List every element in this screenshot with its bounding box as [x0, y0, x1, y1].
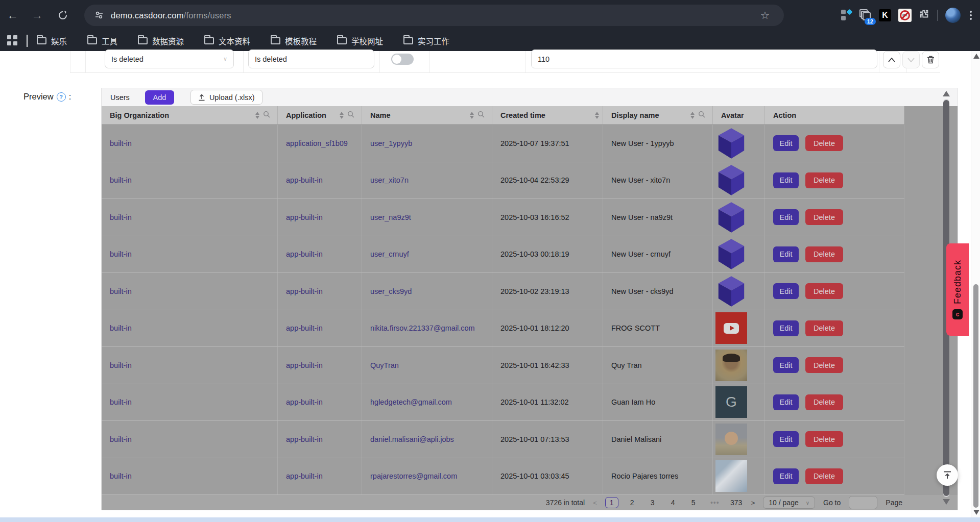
- sort-icon[interactable]: [690, 112, 695, 119]
- column-header[interactable]: Application: [278, 106, 362, 124]
- bookmark-folder[interactable]: 娱乐: [37, 35, 67, 46]
- prev-page-icon[interactable]: <: [593, 499, 597, 507]
- move-down-button[interactable]: [902, 51, 920, 68]
- column-header[interactable]: Big Organization: [102, 106, 278, 124]
- scrollbar-up-icon[interactable]: [973, 54, 979, 59]
- page-number-active[interactable]: 1: [605, 497, 618, 508]
- is-deleted-input[interactable]: Is deleted: [248, 49, 374, 68]
- bookmark-folder[interactable]: 文本资料: [204, 35, 250, 46]
- organization-link[interactable]: built-in: [110, 250, 132, 258]
- organization-link[interactable]: built-in: [110, 398, 132, 406]
- url-bar[interactable]: demo.casdoor.com/forms/users ☆: [84, 5, 784, 26]
- bookmark-folder[interactable]: 实习工作: [403, 35, 449, 46]
- user-name-link[interactable]: rpajarestorres@gmail.com: [370, 472, 457, 480]
- scrollbar-thumb[interactable]: [973, 284, 978, 508]
- apps-grid-icon[interactable]: [7, 35, 18, 46]
- user-name-link[interactable]: user_xito7n: [370, 176, 409, 184]
- edit-button[interactable]: Edit: [773, 394, 799, 410]
- organization-link[interactable]: built-in: [110, 324, 132, 332]
- feedback-button[interactable]: Feedback c: [946, 243, 969, 336]
- delete-button[interactable]: Delete: [805, 172, 843, 188]
- extensions-puzzle-icon[interactable]: [919, 9, 930, 22]
- edit-button[interactable]: Edit: [773, 357, 799, 373]
- next-page-icon[interactable]: >: [751, 499, 755, 507]
- upload-button[interactable]: Upload (.xlsx): [190, 90, 262, 105]
- search-icon[interactable]: [347, 111, 354, 119]
- bookmark-folder[interactable]: 数据资源: [138, 35, 184, 46]
- user-name-link[interactable]: user_crnuyf: [370, 250, 409, 258]
- delete-button[interactable]: Delete: [805, 209, 843, 225]
- application-link[interactable]: app-built-in: [286, 250, 323, 258]
- organization-link[interactable]: built-in: [110, 472, 132, 480]
- search-icon[interactable]: [698, 111, 705, 119]
- delete-button[interactable]: Delete: [805, 468, 843, 484]
- forward-button[interactable]: →: [29, 7, 46, 24]
- user-name-link[interactable]: user_1ypyyb: [370, 139, 412, 147]
- application-link[interactable]: application_sf1b09: [286, 139, 348, 147]
- application-link[interactable]: app-built-in: [286, 324, 323, 332]
- number-input[interactable]: 110: [531, 49, 877, 68]
- page-number[interactable]: 2: [626, 499, 639, 507]
- user-name-link[interactable]: daniel.malisani@apli.jobs: [370, 435, 454, 443]
- delete-button[interactable]: Delete: [805, 394, 843, 410]
- application-link[interactable]: app-built-in: [286, 398, 323, 406]
- user-name-link[interactable]: nikita.firsov.221337@gmail.com: [370, 324, 475, 332]
- edit-button[interactable]: Edit: [773, 320, 799, 336]
- user-name-link[interactable]: QuyTran: [370, 361, 399, 369]
- user-name-link[interactable]: user_na9z9t: [370, 213, 411, 221]
- move-up-button[interactable]: [883, 51, 900, 68]
- sort-icon[interactable]: [255, 112, 259, 119]
- delete-button[interactable]: Delete: [805, 357, 843, 373]
- edit-button[interactable]: Edit: [773, 246, 799, 262]
- sort-icon[interactable]: [340, 112, 344, 119]
- application-link[interactable]: app-built-in: [286, 213, 323, 221]
- scrollbar-down-icon[interactable]: [973, 510, 979, 515]
- extension-grid-icon[interactable]: [841, 10, 852, 21]
- goto-page-input[interactable]: [849, 496, 877, 509]
- edit-button[interactable]: Edit: [773, 172, 799, 188]
- bookmark-folder[interactable]: 学校网址: [337, 35, 383, 46]
- bookmark-star-icon[interactable]: ☆: [760, 9, 770, 21]
- column-header[interactable]: Name: [362, 106, 492, 124]
- user-name-link[interactable]: user_cks9yd: [370, 287, 412, 295]
- application-link[interactable]: app-built-in: [286, 472, 323, 480]
- column-header[interactable]: Action: [765, 106, 904, 124]
- site-settings-icon[interactable]: [93, 10, 105, 21]
- is-deleted-select[interactable]: Is deleted ∨: [105, 49, 234, 68]
- delete-button[interactable]: Delete: [805, 135, 843, 151]
- delete-button[interactable]: Delete: [805, 320, 843, 336]
- filter-toggle-off[interactable]: [391, 54, 414, 65]
- tab-users[interactable]: Users: [110, 93, 130, 102]
- help-icon[interactable]: ?: [57, 92, 66, 102]
- edit-button[interactable]: Edit: [773, 468, 799, 484]
- organization-link[interactable]: built-in: [110, 287, 132, 295]
- column-header[interactable]: Created time: [492, 106, 603, 124]
- table-scrollbar-up-icon[interactable]: [943, 91, 950, 96]
- edit-button[interactable]: Edit: [773, 283, 799, 299]
- chrome-menu-icon[interactable]: [968, 9, 974, 22]
- page-number[interactable]: 4: [666, 499, 680, 507]
- organization-link[interactable]: built-in: [110, 435, 132, 443]
- organization-link[interactable]: built-in: [110, 213, 132, 221]
- table-scrollbar-down-icon[interactable]: [943, 499, 950, 505]
- sort-icon[interactable]: [595, 112, 599, 119]
- page-number-last[interactable]: 373: [730, 499, 743, 507]
- organization-link[interactable]: built-in: [110, 139, 132, 147]
- reload-button[interactable]: [54, 7, 71, 24]
- delete-row-button[interactable]: [922, 51, 939, 68]
- organization-link[interactable]: built-in: [110, 176, 132, 184]
- page-number[interactable]: 5: [687, 499, 700, 507]
- back-to-top-button[interactable]: [937, 464, 958, 486]
- sort-icon[interactable]: [470, 112, 474, 119]
- url-blocker-extension-icon[interactable]: URL: [898, 9, 912, 22]
- page-scrollbar[interactable]: [971, 51, 980, 517]
- profile-avatar[interactable]: [945, 8, 961, 23]
- search-icon[interactable]: [263, 111, 270, 119]
- edit-button[interactable]: Edit: [773, 135, 799, 151]
- user-name-link[interactable]: hgledgetech@gmail.com: [370, 398, 452, 406]
- delete-button[interactable]: Delete: [805, 246, 843, 262]
- application-link[interactable]: app-built-in: [286, 361, 323, 369]
- column-header[interactable]: Avatar: [713, 106, 765, 124]
- organization-link[interactable]: built-in: [110, 361, 132, 369]
- k-extension-icon[interactable]: K: [879, 9, 891, 21]
